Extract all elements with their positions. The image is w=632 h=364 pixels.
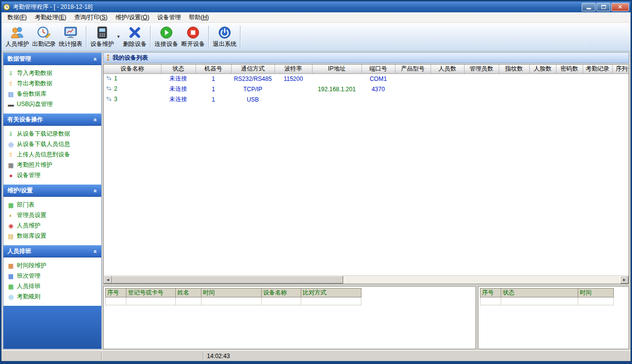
device-column-header[interactable]: 指纹数 [499,65,529,73]
toolbar-button-label: 出勤记录 [32,40,56,48]
device-column-header[interactable]: 通信方式 [231,65,275,73]
sidebar-item[interactable]: ▦部门表 [3,200,101,210]
connect-device-button[interactable]: 连接设备 [153,24,180,50]
sidebar-item[interactable]: ◉人员维护 [3,220,101,231]
device-cell [499,94,529,105]
menu-item[interactable]: 查询/打印(S) [70,12,111,23]
maximize-button[interactable] [596,3,610,11]
sidebar-item[interactable]: ▩班次管理 [3,271,101,281]
live-records-column-header[interactable]: 比对方式 [301,289,361,297]
sidebar-item[interactable]: ◎考勤规则 [3,291,101,302]
minimize-button[interactable] [582,3,595,11]
device-column-header[interactable]: 管理员数 [464,65,499,73]
device-status-column-header[interactable]: 序号 [480,289,501,297]
device-status-column-header[interactable]: 时间 [578,289,614,297]
live-records-column-header[interactable]: 登记号或卡号 [126,289,176,297]
sidebar-section-title: 人员排班 [7,247,31,255]
close-button[interactable]: ✕ [611,3,629,11]
live-records-column-header[interactable]: 姓名 [176,289,201,297]
device-row[interactable]: 2未连接1TCP/IP192.168.1.2014370 [104,84,629,94]
device-cell [395,94,431,105]
delete-device-button[interactable]: 删除设备 [121,24,148,50]
device-row[interactable]: 1未连接1RS232/RS485115200COM1 [104,73,629,84]
sidebar-item-label: USB闪盘管理 [17,100,53,109]
sidebar-item[interactable]: ⇩从设备下载记录数据 [3,129,101,139]
exit-system-button[interactable]: 退出系统 [211,24,238,50]
sidebar-item[interactable]: ⇧导出考勤数据 [3,78,101,89]
device-column-header[interactable]: 产品型号 [395,65,431,73]
device-column-header[interactable]: 密码数 [556,65,583,73]
sidebar-item[interactable]: ▦人员排班 [3,281,101,291]
sidebar-section-header-maintain-settings[interactable]: 维护/设置« [3,184,101,197]
menu-item[interactable]: 考勤处理(E) [31,12,70,23]
sidebar-item-label: 设备管理 [17,171,40,180]
device-column-header[interactable]: 人员数 [431,65,464,73]
toolbar-button-label: 退出系统 [213,40,237,48]
device-column-header[interactable]: 机器号 [196,65,231,73]
toolbar-separator [208,26,209,48]
device-column-header[interactable]: 波特率 [275,65,312,73]
device-list-title: 我的设备列表 [113,54,148,62]
scrollbar-thumb[interactable] [112,276,343,284]
live-records-column-header[interactable]: 时间 [201,289,262,297]
scrollbar-track[interactable] [343,276,620,284]
device-status-column-header[interactable]: 状态 [501,289,578,297]
collapse-chevron-icon[interactable]: « [92,189,99,192]
sidebar-section-header-device-operations[interactable]: 有关设备操作« [3,113,101,126]
scroll-left-button[interactable]: ◄ [104,276,112,284]
sidebar-item[interactable]: ▦考勤照片维护 [3,160,101,170]
sidebar-item[interactable]: ●设备管理 [3,170,101,181]
device-column-header[interactable]: 序列号 [612,65,629,73]
device-maintain-button[interactable]: 设备维护 [89,24,116,50]
close-icon: ✕ [618,4,623,10]
collapse-chevron-icon[interactable]: « [92,57,99,61]
device-maintain-dropdown-arrow[interactable]: ▼ [116,24,121,50]
disconnect-device-button[interactable]: 断开设备 [180,24,206,50]
device-column-header[interactable]: 状态 [161,65,196,73]
sidebar-section-header-staff-scheduling[interactable]: 人员排班« [3,245,101,257]
statistics-report-button[interactable]: 统计报表 [57,24,84,50]
device-name-cell: 3 [104,94,161,105]
sidebar-item-label: 导出考勤数据 [17,79,52,88]
delete-icon [127,25,142,40]
sidebar-item[interactable]: ▤备份数据库 [3,89,101,99]
sidebar-item[interactable]: ▤数据库设置 [3,231,101,241]
attendance-records-button[interactable]: 出勤记录 [31,24,57,50]
sidebar-item[interactable]: ◎从设备下载人员信息 [3,139,101,149]
live-records-column-header[interactable]: 序号 [106,289,126,297]
live-records-column-header[interactable]: 设备名称 [262,289,301,297]
menu-item[interactable]: 帮助(H) [185,12,213,23]
device-cell: 1 [196,73,231,84]
sidebar-item-label: 人员维护 [17,221,40,230]
device-table[interactable]: 设备名称状态机器号通信方式波特率IP地址端口号产品型号人员数管理员数指纹数人脸数… [104,65,629,105]
statusbar-cell-middle [102,351,203,361]
database-settings-icon: ▤ [7,233,14,239]
sidebar-section-header-data-management[interactable]: 数据管理« [3,53,101,65]
device-column-header[interactable]: 设备名称 [104,65,161,73]
menu-item[interactable]: 维护/设置(O) [112,12,154,23]
menu-item[interactable]: 设备管理 [153,12,185,23]
collapse-chevron-icon[interactable]: « [92,250,99,253]
device-column-header[interactable]: 端口号 [361,65,395,73]
collapse-chevron-icon[interactable]: « [92,118,99,121]
device-column-header[interactable]: IP地址 [312,65,361,73]
sidebar-item[interactable]: ⇩导入考勤数据 [3,68,101,78]
staff-maintain-button[interactable]: 人员维护 [4,24,31,50]
menu-item[interactable]: 数据(F) [3,12,31,23]
power-icon [217,25,232,40]
sidebar-item[interactable]: ⇧上传人员信息到设备 [3,149,101,160]
device-status-table: 序号状态时间 [480,288,614,305]
device-row[interactable]: 3未连接1USB [104,94,629,105]
device-column-header[interactable]: 人脸数 [529,65,556,73]
sidebar-item[interactable]: ▦时间段维护 [3,260,101,271]
live-records-empty-cell [126,297,176,305]
sidebar-item[interactable]: ▬USB闪盘管理 [3,99,101,109]
device-cell [464,73,499,84]
scroll-right-button[interactable]: ► [620,276,629,284]
sidebar-section-title: 数据管理 [7,55,31,63]
sidebar-item[interactable]: ◐管理员设置 [3,210,101,220]
device-cell [499,84,529,94]
device-cell: COM1 [361,73,395,84]
device-column-header[interactable]: 考勤记录 [583,65,612,73]
horizontal-scrollbar[interactable]: ◄ ► [104,275,629,284]
